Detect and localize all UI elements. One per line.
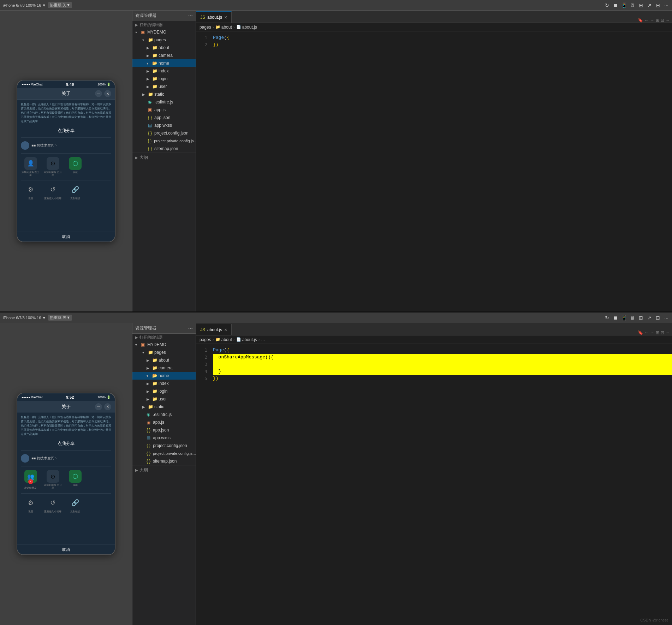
open-editors-section-2[interactable]: ▶ 打开的编辑器 [132,334,196,341]
tree-project-config[interactable]: { } project.config.json [132,129,196,137]
stop-icon-2[interactable]: ⏹ [613,315,618,321]
tree-appjs-2[interactable]: ▣ app.js [132,418,196,426]
tree-about[interactable]: ▶ 📁 about [132,44,196,52]
refresh-icon-2[interactable]: ↻ [604,315,610,321]
tree-home-2[interactable]: ▾ 📂 home [132,372,196,380]
more-actions-btn-2[interactable]: ··· [666,330,669,335]
tree-index[interactable]: ▶ 📁 index [132,67,196,75]
tree-appjs[interactable]: ▣ app.js [132,106,196,114]
phone-menu-btn-1[interactable]: ··· [95,90,102,97]
back-btn-2[interactable]: ← [644,330,649,335]
outline-section-1[interactable]: ▶ 大纲 [132,153,196,162]
hotreload-btn[interactable]: 热重载 关▼ [48,2,72,8]
breadcrumb-pages-1[interactable]: pages [200,25,211,30]
tree-user[interactable]: ▶ 📁 user [132,83,196,90]
outline-section-2[interactable]: ▶ 大纲 [132,465,196,475]
phone-close-btn-1[interactable]: ✕ [104,90,111,97]
breadcrumb-pages-2[interactable]: pages [200,337,211,342]
breadcrumb-file-2[interactable]: 📄 about.js [236,337,257,342]
open-editors-section-1[interactable]: ▶ 打开的编辑器 [132,21,196,28]
breadcrumb-ellipsis[interactable]: ... [261,337,265,342]
split-icon-2[interactable]: ⊟ [655,315,661,321]
code-content-2[interactable]: Page({ onShareAppMessage(){ } }) [210,344,672,625]
tree-project-config-2[interactable]: { } project.config.json [132,442,196,450]
device-label-1[interactable]: iPhone 6/7/8 100% 16 ▼ [3,3,46,7]
explorer-more-btn-1[interactable]: ··· [188,13,193,19]
phone-menu-btn-2[interactable]: ··· [95,403,102,410]
link-icon-2[interactable]: 🔗 [69,496,82,509]
link-icon[interactable]: 🔗 [69,183,82,196]
tree-about-2[interactable]: ▶ 📁 about [132,356,196,364]
split-editor-btn-1[interactable]: ⊡ [661,18,664,23]
tree-index-2[interactable]: ▶ 📁 index [132,380,196,387]
tree-appjson-2[interactable]: { } app.json [132,426,196,434]
tree-pages[interactable]: ▾ 📁 pages [132,36,196,44]
stop-icon[interactable]: ⏹ [613,2,618,8]
phone-icon-box-2[interactable]: ⊙ [47,157,59,170]
forward-btn-1[interactable]: → [650,18,654,23]
tab-about-js-2[interactable]: JS about.js × [196,324,232,335]
tree-user-2[interactable]: ▶ 📁 user [132,395,196,403]
tree-appwxss[interactable]: ▤ app.wxss [132,121,196,129]
tree-eslintrc-2[interactable]: ◉ .eslintrc.js [132,411,196,418]
phone-cancel-bar-2[interactable]: 取消 [17,544,115,554]
phone-icon-box-5[interactable]: ⊙ [47,470,59,483]
more-actions-btn-1[interactable]: ··· [666,18,669,23]
grid-icon-2[interactable]: ⊞ [638,315,644,321]
tab-about-js-1[interactable]: JS about.js × [196,11,232,23]
screen-icon-2[interactable]: 🖥 [630,315,635,321]
tab-close-btn-2[interactable]: × [224,327,227,332]
share-icon-2[interactable]: ↗ [647,315,652,321]
breadcrumb-about-1[interactable]: 📁 about [215,25,232,30]
tree-camera-2[interactable]: ▶ 📁 camera [132,364,196,372]
code-content-1[interactable]: Page({ }) [210,31,672,311]
refresh-icon[interactable]: ↻ [604,2,610,8]
breadcrumb-file-1[interactable]: 📄 about.js [236,25,257,30]
phone-icon-box-1[interactable]: 👤 [24,157,37,170]
screen-icon[interactable]: 🖥 [630,2,635,8]
settings-icon-2[interactable]: ⚙ [24,496,37,509]
tree-sitemap-2[interactable]: { } sitemap.json [132,457,196,465]
hotreload-btn-2[interactable]: 热重载 关▼ [48,315,72,321]
breadcrumb-about-2[interactable]: 📁 about [215,337,232,342]
phone-cancel-bar-1[interactable]: 取消 [17,232,115,242]
phone-icon-box-4[interactable]: 👥 [24,470,37,483]
tab-close-btn-1[interactable]: × [224,15,227,20]
back-btn-1[interactable]: ← [644,18,649,23]
settings-icon[interactable]: ⚙ [24,183,37,196]
tree-project-private-2[interactable]: { } project.private.config.js... [132,450,196,457]
phone-icon-box-6[interactable]: ⬡ [69,470,82,483]
tree-project-root-1[interactable]: ▾ ▣ MYDEMO [132,28,196,36]
tree-eslintrc[interactable]: ◉ .eslintrc.js [132,98,196,106]
tree-appwxss-2[interactable]: ▤ app.wxss [132,434,196,442]
share-icon[interactable]: ↗ [647,2,652,8]
tree-sitemap[interactable]: { } sitemap.json [132,145,196,153]
forward-btn-2[interactable]: → [650,330,654,335]
phone-share-btn-2[interactable]: 点我分享 [21,439,111,449]
bookmark-btn-2[interactable]: 🔖 [638,330,643,335]
tree-appjson[interactable]: { } app.json [132,114,196,121]
grid-icon[interactable]: ⊞ [638,2,644,8]
phone-share-btn-1[interactable]: 点我分享 [21,126,111,136]
phone-icon-box-3[interactable]: ⬡ [69,157,82,170]
split-icon[interactable]: ⊟ [655,2,661,8]
tree-camera[interactable]: ▶ 📁 camera [132,52,196,59]
reload-icon-2[interactable]: ↺ [47,496,59,509]
tree-static[interactable]: ▶ 📁 static [132,90,196,98]
more-icon-2[interactable]: ··· [664,315,669,321]
tree-login-2[interactable]: ▶ 📁 login [132,387,196,395]
phone-close-btn-2[interactable]: ✕ [104,403,111,410]
tree-project-root-2[interactable]: ▾ ▣ MYDEMO [132,341,196,349]
tree-pages-2[interactable]: ▾ 📁 pages [132,349,196,356]
tree-login[interactable]: ▶ 📁 login [132,75,196,83]
tree-project-private[interactable]: { } project.private.config.js... [132,137,196,145]
layout-btn-2[interactable]: ⊞ [656,330,659,335]
phone-icon-2[interactable]: 📱 [621,315,627,321]
split-editor-btn-2[interactable]: ⊡ [661,330,664,335]
tree-home[interactable]: ▾ 📂 home [132,59,196,67]
more-icon[interactable]: ··· [664,2,669,8]
phone-icon[interactable]: 📱 [621,2,627,8]
tree-static-2[interactable]: ▶ 📁 static [132,403,196,411]
bookmark-btn-1[interactable]: 🔖 [638,18,643,23]
layout-btn-1[interactable]: ⊞ [656,18,659,23]
